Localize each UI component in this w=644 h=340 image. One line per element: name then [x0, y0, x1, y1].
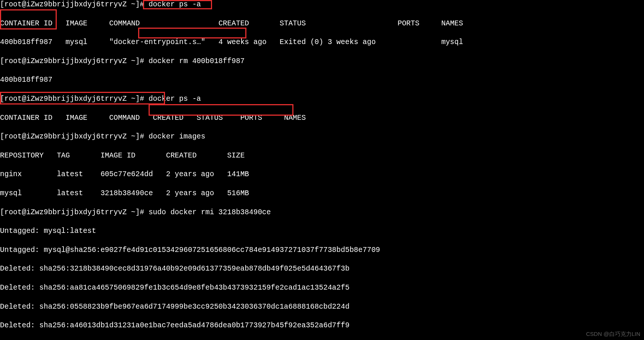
- ps-header-ports: PORTS: [398, 19, 420, 28]
- ps2-header-image: IMAGE: [66, 114, 88, 122]
- ps2-header-command: COMMAND: [109, 114, 140, 122]
- shell-prompt: [root@iZwz9bbrijjbxdyj6trryvZ ~]#: [0, 95, 144, 103]
- terminal-output: [root@iZwz9bbrijjbxdyj6trryvZ ~]# docker…: [0, 0, 644, 340]
- ps2-header-created: CREATED: [153, 114, 184, 122]
- img-row-repo: mysql: [0, 189, 22, 197]
- terminal[interactable]: [root@iZwz9bbrijjbxdyj6trryvZ ~]# docker…: [0, 0, 644, 340]
- untagged-line: Untagged: mysql:latest: [0, 227, 644, 236]
- shell-prompt: [root@iZwz9bbrijjbxdyj6trryvZ ~]#: [0, 132, 144, 141]
- ps-row-image: mysql: [66, 38, 88, 46]
- command-docker-rmi: sudo docker rmi 3218b38490ce: [149, 208, 271, 216]
- deleted-line: Deleted: sha256:aa81ca46575069829fe1b3c6…: [0, 283, 644, 293]
- command-docker-ps: docker ps -a: [149, 0, 201, 9]
- watermark-text: CSDN @白巧克力LIN: [586, 329, 640, 339]
- ps-row-id: 400b018ff987: [0, 38, 52, 46]
- ps-header-image: IMAGE: [66, 19, 88, 28]
- img-row-tag: latest: [57, 170, 83, 178]
- img-row-repo: nginx: [0, 170, 22, 178]
- ps-row-command: "docker-entrypoint.s…": [109, 38, 205, 46]
- ps2-header-id: CONTAINER ID: [0, 114, 52, 122]
- deleted-line: Deleted: sha256:0558823b9fbe967ea6d71749…: [0, 302, 644, 312]
- img-row-created: 2 years ago: [166, 170, 214, 178]
- ps-row-status: Exited (0) 3 weeks ago: [280, 38, 376, 46]
- img-header-repo: REPOSITORY: [0, 152, 44, 160]
- command-docker-rm: docker rm 400b018ff987: [149, 57, 245, 65]
- rm-output: 400b018ff987: [0, 75, 644, 85]
- ps2-header-status: STATUS: [197, 114, 223, 122]
- img-row-size: 516MB: [227, 189, 249, 197]
- ps-header-names: NAMES: [441, 19, 463, 28]
- ps2-header-ports: PORTS: [240, 114, 262, 122]
- untagged-line: Untagged: mysql@sha256:e9027fe4d91c01534…: [0, 246, 644, 255]
- shell-prompt: [root@iZwz9bbrijjbxdyj6trryvZ ~]#: [0, 208, 144, 216]
- img-row-id: 605c77e624dd: [100, 170, 153, 178]
- ps-row-names: mysql: [441, 38, 463, 46]
- img-header-tag: TAG: [57, 152, 70, 160]
- ps-header-container-id: CONTAINER ID: [0, 19, 52, 28]
- ps2-header-names: NAMES: [284, 114, 306, 122]
- img-header-size: SIZE: [227, 152, 245, 160]
- shell-prompt: [root@iZwz9bbrijjbxdyj6trryvZ ~]#: [0, 0, 144, 9]
- img-row-id: 3218b38490ce: [100, 189, 153, 197]
- command-docker-ps-2: docker ps -a: [149, 95, 201, 103]
- img-header-id: IMAGE ID: [100, 152, 136, 160]
- ps-header-created: CREATED: [218, 19, 249, 28]
- img-row-size: 141MB: [227, 170, 249, 178]
- deleted-line: Deleted: sha256:a46013db1d31231a0e1bac7e…: [0, 321, 644, 330]
- ps-row-created: 4 weeks ago: [218, 38, 267, 46]
- deleted-line: Deleted: sha256:3218b38490cec8d31976a40b…: [0, 264, 644, 274]
- command-docker-images: docker images: [149, 132, 205, 141]
- ps-header-command: COMMAND: [109, 19, 140, 28]
- img-row-created: 2 years ago: [166, 189, 214, 197]
- ps-header-status: STATUS: [280, 19, 306, 28]
- img-header-created: CREATED: [166, 152, 197, 160]
- shell-prompt: [root@iZwz9bbrijjbxdyj6trryvZ ~]#: [0, 57, 144, 65]
- img-row-tag: latest: [57, 189, 83, 197]
